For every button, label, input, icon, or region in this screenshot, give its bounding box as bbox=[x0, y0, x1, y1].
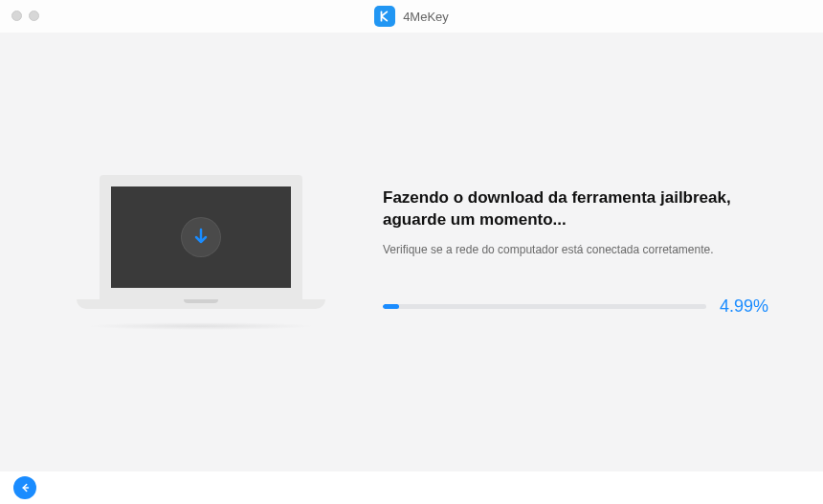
progress-row: 4.99% bbox=[383, 296, 775, 317]
download-arrow-icon bbox=[181, 217, 221, 257]
app-name: 4MeKey bbox=[403, 10, 449, 24]
app-title: 4MeKey bbox=[374, 6, 449, 27]
laptop-screen bbox=[100, 175, 302, 299]
window-controls bbox=[11, 11, 39, 21]
status-panel: Fazendo o download da ferramenta jailbre… bbox=[354, 187, 775, 317]
close-window-button[interactable] bbox=[11, 11, 22, 21]
arrow-left-icon bbox=[18, 481, 32, 494]
progress-bar bbox=[383, 304, 706, 309]
minimize-window-button[interactable] bbox=[29, 11, 39, 21]
app-logo-icon bbox=[374, 6, 395, 27]
laptop-base bbox=[77, 299, 325, 309]
illustration-panel bbox=[48, 175, 354, 330]
bottom-bar bbox=[0, 471, 823, 504]
progress-fill bbox=[383, 304, 399, 309]
main-content: Fazendo o download da ferramenta jailbre… bbox=[0, 33, 823, 471]
status-subtitle: Verifique se a rede do computador está c… bbox=[383, 243, 775, 256]
status-title: Fazendo o download da ferramenta jailbre… bbox=[383, 187, 775, 231]
laptop-illustration bbox=[77, 175, 325, 330]
back-button[interactable] bbox=[13, 476, 36, 499]
progress-percent: 4.99% bbox=[720, 296, 775, 317]
window-titlebar: 4MeKey bbox=[0, 0, 823, 33]
